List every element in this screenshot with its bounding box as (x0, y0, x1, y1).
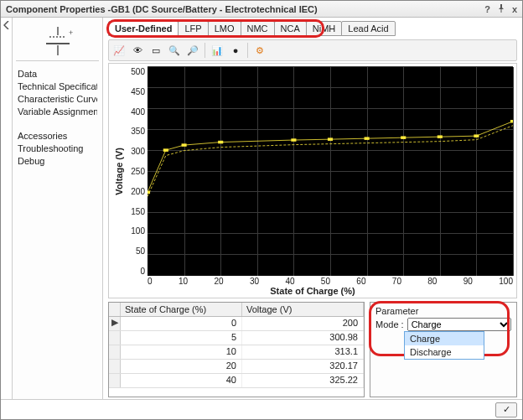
table-row[interactable]: 10313.1 (109, 345, 364, 360)
chart-plot[interactable] (148, 67, 513, 276)
collapse-chevron[interactable] (1, 18, 13, 399)
grid-header-v[interactable]: Voltage (V) (242, 303, 364, 316)
tab-nimh[interactable]: NiMH (306, 21, 343, 36)
sidebar: + Data Technical Specifications Characte… (13, 18, 103, 399)
close-icon[interactable]: x (512, 4, 517, 14)
svg-rect-6 (163, 148, 168, 151)
tab-nca[interactable]: NCA (274, 21, 307, 36)
nav-item-curves[interactable]: Characteristic Curves (18, 93, 97, 106)
y-tick: 400 (126, 107, 145, 117)
chart-panel: Voltage (V) 5004504003503002502001501005… (108, 63, 517, 298)
svg-text:+: + (69, 29, 73, 37)
window: Component Properties -GB1 (DC Source/Bat… (0, 0, 523, 420)
y-tick: 50 (126, 246, 145, 256)
tab-user-defined[interactable]: User-Defined (108, 21, 179, 36)
dot-icon[interactable]: ● (227, 42, 244, 59)
svg-rect-9 (291, 138, 296, 141)
data-grid[interactable]: State of Charge (%) Voltage (V) ▶0200530… (108, 302, 365, 397)
y-tick: 200 (126, 187, 145, 196)
window-title: Component Properties -GB1 (DC Source/Bat… (6, 4, 318, 14)
nav-item-debug[interactable]: Debug (18, 155, 97, 168)
gear-icon[interactable]: ⚙ (251, 42, 268, 59)
x-tick: 80 (427, 277, 437, 286)
curve-icon[interactable]: 📈 (111, 42, 127, 59)
component-symbol: + (16, 21, 99, 61)
x-tick: 60 (356, 277, 365, 286)
tab-lead-acid[interactable]: Lead Acid (341, 21, 395, 36)
footer: ✓ (1, 399, 522, 419)
x-axis-label: State of Charge (%) (112, 286, 513, 296)
nav-item-accessories[interactable]: Accessories (18, 130, 97, 143)
y-tick: 0 (126, 267, 145, 276)
titlebar: Component Properties -GB1 (DC Source/Bat… (1, 1, 522, 18)
svg-rect-13 (438, 135, 443, 137)
table-row[interactable]: 40325.22 (109, 374, 364, 388)
svg-rect-11 (365, 137, 370, 139)
x-tick: 10 (179, 277, 188, 286)
nav-item-troubleshoot[interactable]: Troubleshooting (18, 143, 97, 155)
y-tick: 450 (126, 87, 145, 96)
nav-item-techspec[interactable]: Technical Specifications (18, 80, 97, 93)
chart-icon[interactable]: 📊 (209, 42, 225, 59)
tab-lfp[interactable]: LFP (178, 21, 208, 36)
y-axis-label: Voltage (V) (112, 67, 126, 276)
mode-dropdown-open[interactable]: ChargeDischarge (404, 331, 484, 360)
nav-item-data[interactable]: Data (18, 68, 97, 80)
main-panel: User-DefinedLFPLMONMCNCANiMHLead Acid 📈👁… (103, 18, 522, 399)
mode-label: Mode : (375, 319, 404, 329)
window-icon[interactable]: ▭ (148, 42, 164, 59)
x-tick: 90 (463, 277, 473, 286)
y-tick: 150 (126, 207, 145, 216)
tab-nmc[interactable]: NMC (241, 21, 275, 36)
zoom-in-icon[interactable]: 🔎 (184, 42, 201, 59)
x-tick: 30 (250, 277, 259, 286)
parameter-group-label: Parameter (375, 306, 511, 316)
grid-header-soc[interactable]: State of Charge (%) (121, 303, 242, 316)
table-row[interactable]: 20320.17 (109, 360, 364, 374)
eye-icon[interactable]: 👁 (129, 42, 146, 59)
x-tick: 50 (321, 277, 330, 286)
help-icon[interactable]: ? (484, 4, 490, 14)
svg-rect-14 (474, 134, 479, 137)
y-tick: 500 (126, 67, 145, 76)
chart-toolbar: 📈👁▭🔍🔎📊●⚙ (108, 39, 517, 61)
x-tick: 0 (148, 277, 153, 286)
table-row[interactable]: ▶0200 (109, 317, 364, 331)
svg-rect-8 (218, 141, 223, 143)
mode-option[interactable]: Discharge (405, 345, 484, 359)
tab-lmo[interactable]: LMO (208, 21, 241, 36)
nav-list: Data Technical Specifications Characteri… (13, 66, 102, 169)
svg-rect-10 (328, 137, 333, 140)
search-icon[interactable]: 🔍 (166, 42, 183, 59)
y-tick: 100 (126, 226, 145, 236)
mode-select[interactable]: ChargeDischarge (407, 318, 511, 331)
y-tick: 300 (126, 147, 145, 156)
table-row[interactable]: 5300.98 (109, 331, 364, 345)
x-tick: 20 (214, 277, 223, 286)
x-tick: 100 (499, 277, 513, 286)
svg-rect-7 (182, 143, 187, 146)
tabbar: User-DefinedLFPLMONMCNCANiMHLead Acid (108, 21, 517, 36)
svg-rect-12 (401, 136, 406, 138)
ok-button[interactable]: ✓ (495, 402, 517, 417)
pin-icon[interactable] (497, 4, 505, 14)
x-tick: 40 (285, 277, 294, 286)
x-tick: 70 (392, 277, 401, 286)
nav-item-variable[interactable]: Variable Assignment (18, 106, 97, 118)
mode-option[interactable]: Charge (405, 332, 484, 345)
y-tick: 350 (126, 127, 145, 136)
y-tick: 250 (126, 167, 145, 176)
svg-rect-15 (510, 120, 513, 122)
parameter-panel: Parameter Mode : ChargeDischarge ChargeD… (370, 302, 517, 397)
